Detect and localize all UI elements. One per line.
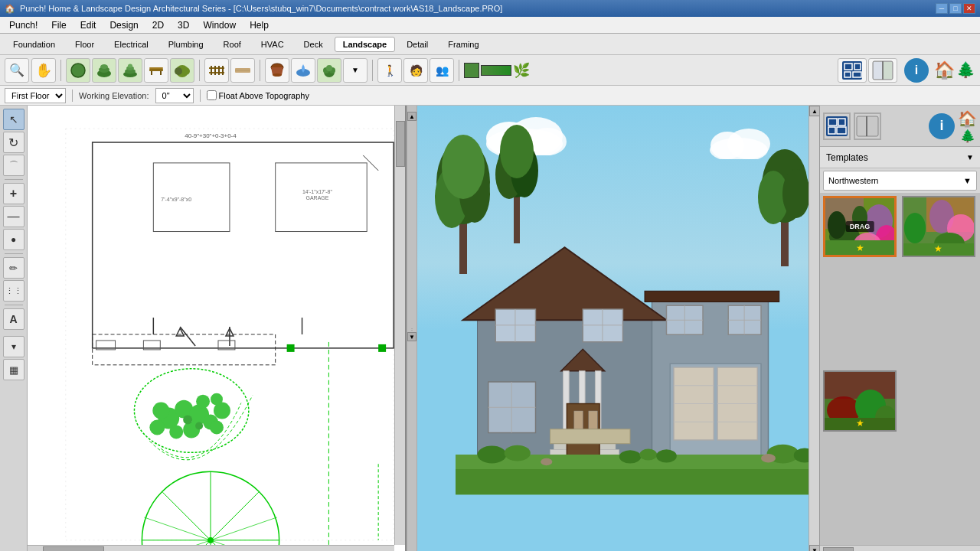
svg-point-66: [169, 425, 183, 439]
templates-dropdown-arrow[interactable]: ▼: [966, 153, 974, 161]
search-tool[interactable]: 🔍: [5, 58, 29, 83]
right-hscroll-thumb[interactable]: [823, 547, 854, 552]
3d-view[interactable]: ▲ ▼: [417, 106, 819, 551]
svg-point-73: [183, 416, 192, 425]
svg-rect-38: [884, 62, 892, 79]
more-dropdown[interactable]: ▼: [343, 58, 368, 83]
multi-layer-tool[interactable]: [118, 58, 142, 83]
cat-roof[interactable]: Roof: [215, 37, 250, 52]
fence-tool[interactable]: [204, 58, 229, 83]
svg-rect-133: [550, 429, 631, 444]
bush-tool[interactable]: [317, 58, 341, 83]
info-button[interactable]: i: [904, 58, 929, 83]
template-thumb-2[interactable]: ★: [902, 196, 975, 257]
maximize-button[interactable]: □: [949, 3, 962, 14]
menu-design[interactable]: Design: [103, 18, 144, 32]
template-thumb-3[interactable]: ★: [823, 370, 897, 432]
3d-scroll-down[interactable]: ▼: [809, 545, 819, 551]
draw-tool[interactable]: ✏: [3, 257, 24, 279]
cat-electrical[interactable]: Electrical: [106, 37, 157, 52]
round-shrub-tool[interactable]: [170, 58, 194, 83]
3d-scroll-track[interactable]: [809, 116, 819, 545]
dot-tool[interactable]: ●: [3, 229, 24, 250]
floor-select[interactable]: First Floor: [5, 88, 66, 103]
menu-edit[interactable]: Edit: [74, 18, 103, 32]
2d-hscroll-thumb[interactable]: [43, 546, 104, 551]
right-house-icons[interactable]: 🏠 🌲: [958, 109, 977, 143]
house-icon-1[interactable]: 🏠: [934, 60, 955, 80]
collapse-down-btn[interactable]: ▼: [407, 332, 416, 341]
menu-punch[interactable]: Punch!: [3, 18, 44, 32]
right-info-btn[interactable]: i: [929, 113, 955, 139]
right-panel-hscroll[interactable]: [820, 545, 980, 551]
float-checkbox-label[interactable]: Float Above Topography: [207, 90, 309, 100]
3d-scroll-up[interactable]: ▲: [809, 106, 819, 116]
round-tree-tool[interactable]: [66, 58, 90, 83]
3d-view-btn-blueprint[interactable]: [838, 58, 867, 83]
close-button[interactable]: ✕: [963, 3, 975, 14]
svg-rect-131: [589, 411, 597, 429]
water-tool[interactable]: [291, 58, 315, 83]
collapse-up-btn[interactable]: ▲: [407, 112, 416, 121]
menu-2d[interactable]: 2D: [146, 18, 170, 32]
3d-vscrollbar[interactable]: ▲ ▼: [808, 106, 819, 551]
grid-tool[interactable]: ▦: [3, 359, 24, 380]
template-thumb-1[interactable]: DRAG ★: [823, 196, 897, 257]
pan-tool[interactable]: ✋: [31, 58, 56, 83]
rotate-tool[interactable]: ↻: [3, 132, 24, 153]
figure2-tool[interactable]: 🧑: [403, 58, 428, 83]
cat-plumbing[interactable]: Plumbing: [160, 37, 212, 52]
plant-figure-tool[interactable]: 🌿: [513, 62, 530, 79]
cat-landscape[interactable]: Landscape: [335, 37, 395, 52]
northwestern-dropdown[interactable]: Northwestern ▼: [823, 171, 977, 191]
cat-foundation[interactable]: Foundation: [5, 37, 64, 52]
3d-view-btn-split[interactable]: [868, 58, 897, 83]
2d-view[interactable]: 7'-4"x9"-8"x0 14'-1"x17'-8" GARAGE: [28, 106, 407, 551]
cat-floor[interactable]: Floor: [67, 37, 103, 52]
right-view-btn-1[interactable]: [823, 112, 851, 140]
menu-help[interactable]: Help: [243, 18, 275, 32]
line-tool[interactable]: —: [3, 206, 24, 227]
house-icon-2[interactable]: 🌲: [956, 60, 975, 80]
svg-rect-18: [214, 66, 216, 75]
color-bar[interactable]: [481, 65, 511, 76]
svg-point-146: [505, 445, 531, 461]
cat-deck[interactable]: Deck: [296, 37, 332, 52]
cat-framing[interactable]: Framing: [439, 37, 487, 52]
path-tool[interactable]: [230, 58, 255, 83]
color-green[interactable]: [464, 63, 479, 78]
menu-3d[interactable]: 3D: [172, 18, 195, 32]
minimize-button[interactable]: ─: [936, 3, 948, 14]
cat-detail[interactable]: Detail: [398, 37, 436, 52]
working-elev-select[interactable]: 0": [155, 88, 194, 103]
svg-rect-163: [857, 116, 878, 136]
menu-window[interactable]: Window: [197, 18, 242, 32]
menu-file[interactable]: File: [45, 18, 72, 32]
2d-hscrollbar[interactable]: [28, 545, 394, 551]
figure-pair-tool[interactable]: 👥: [430, 58, 454, 83]
arc-tool[interactable]: ⌒: [3, 155, 24, 176]
planting-tools: ▼: [265, 58, 368, 83]
color-tools: 🌿: [464, 62, 530, 79]
float-checkbox[interactable]: [207, 90, 217, 100]
view-splitter[interactable]: ▲ ⋮ ▼: [407, 106, 417, 551]
right-view-btn-2[interactable]: [854, 112, 881, 140]
house-style-icon[interactable]: 🏠: [958, 109, 977, 128]
zigzag-tool[interactable]: ⋮⋮: [3, 280, 24, 302]
window-title: Punch! Home & Landscape Design Architect…: [20, 4, 502, 13]
text-tool[interactable]: A: [3, 308, 24, 330]
svg-text:14'-1"x17'-8": 14'-1"x17'-8": [302, 189, 333, 194]
planter-tool[interactable]: [265, 58, 289, 83]
bench-tool[interactable]: [144, 58, 168, 83]
expand-tool[interactable]: ▾: [3, 336, 24, 357]
svg-point-24: [273, 73, 282, 77]
tree-style-icon[interactable]: 🌲: [960, 129, 975, 143]
svg-point-176: [904, 213, 926, 243]
2d-vscrollbar[interactable]: [394, 106, 405, 545]
figure-tool[interactable]: 🚶: [377, 58, 402, 83]
2d-vscroll-thumb[interactable]: [396, 121, 405, 167]
add-tool[interactable]: +: [3, 183, 24, 204]
layered-tree-tool[interactable]: [92, 58, 116, 83]
select-tool[interactable]: ↖: [3, 109, 24, 130]
cat-hvac[interactable]: HVAC: [253, 37, 292, 52]
